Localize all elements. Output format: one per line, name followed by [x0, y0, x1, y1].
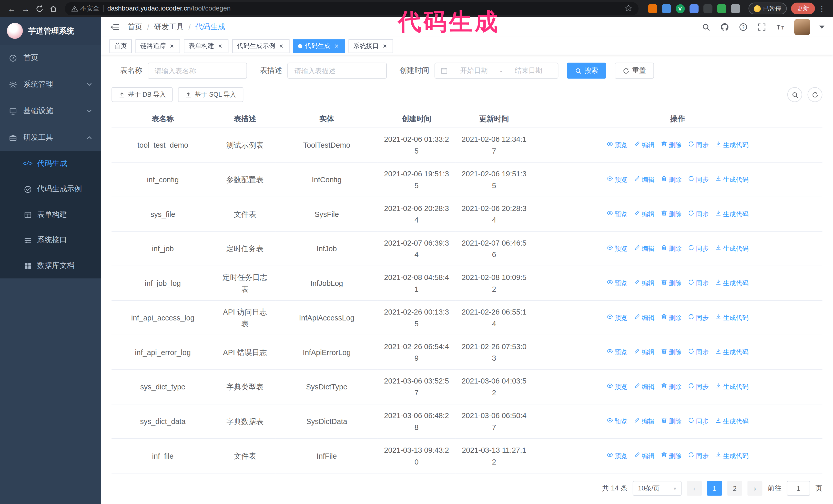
help-icon[interactable]: ?	[738, 22, 748, 32]
delete-link[interactable]: 删除	[661, 312, 682, 324]
blue-drop-extension-icon[interactable]	[662, 4, 671, 13]
eye-link[interactable]: 预览	[607, 243, 627, 255]
delete-link[interactable]: 删除	[661, 415, 682, 427]
caret-down-icon[interactable]	[819, 25, 825, 28]
sync-link[interactable]: 同步	[688, 450, 709, 462]
delete-link[interactable]: 删除	[661, 243, 682, 255]
sidebar-item-form-build[interactable]: 表单构建	[0, 202, 101, 227]
prev-page-button[interactable]: ‹	[687, 481, 702, 496]
forward-icon[interactable]: →	[19, 2, 32, 15]
fullscreen-icon[interactable]	[757, 22, 767, 32]
generate-code-link[interactable]: 生成代码	[715, 278, 749, 289]
edit-link[interactable]: 编辑	[634, 208, 654, 220]
page-button-1[interactable]: 1	[707, 481, 722, 496]
close-icon[interactable]: ×	[381, 43, 388, 49]
delete-link[interactable]: 删除	[661, 450, 682, 462]
dark-extension-icon[interactable]	[703, 4, 712, 13]
security-warning[interactable]: 不安全	[71, 4, 99, 13]
generate-code-link[interactable]: 生成代码	[715, 312, 749, 324]
page-size-select[interactable]: 10条/页 ▾	[633, 481, 682, 496]
generate-code-link[interactable]: 生成代码	[715, 415, 749, 427]
table-name-input[interactable]	[148, 63, 247, 79]
generate-code-link[interactable]: 生成代码	[715, 381, 749, 393]
tab-trace[interactable]: 链路追踪×	[136, 39, 180, 53]
user-avatar[interactable]	[794, 19, 810, 35]
reset-button[interactable]: 重置	[615, 63, 654, 79]
sync-link[interactable]: 同步	[688, 381, 709, 393]
generate-code-link[interactable]: 生成代码	[715, 208, 749, 220]
delete-link[interactable]: 删除	[661, 346, 682, 358]
eye-link[interactable]: 预览	[607, 208, 627, 220]
edit-link[interactable]: 编辑	[634, 243, 654, 255]
sidebar-item-system[interactable]: 系统管理	[0, 71, 101, 98]
sync-link[interactable]: 同步	[688, 415, 709, 427]
sync-link[interactable]: 同步	[688, 208, 709, 220]
eye-link[interactable]: 预览	[607, 312, 627, 324]
sync-link[interactable]: 同步	[688, 312, 709, 324]
eye-link[interactable]: 预览	[607, 278, 627, 289]
table-desc-input[interactable]	[287, 63, 387, 79]
delete-link[interactable]: 删除	[661, 174, 682, 186]
edit-link[interactable]: 编辑	[634, 174, 654, 186]
breadcrumb-item[interactable]: 研发工具	[154, 22, 184, 32]
font-size-icon[interactable]: TT	[776, 22, 785, 32]
edit-link[interactable]: 编辑	[634, 139, 654, 151]
paused-badge[interactable]: 已暂停	[748, 3, 787, 14]
edit-link[interactable]: 编辑	[634, 450, 654, 462]
delete-link[interactable]: 删除	[661, 381, 682, 393]
search-icon[interactable]	[701, 22, 711, 32]
eye-link[interactable]: 预览	[607, 381, 627, 393]
people-extension-icon[interactable]	[689, 4, 698, 13]
chrome-menu-icon[interactable]: ⋮	[818, 4, 826, 13]
back-icon[interactable]: ←	[5, 2, 18, 15]
edit-link[interactable]: 编辑	[634, 312, 654, 324]
tab-form-build[interactable]: 表单构建×	[184, 39, 229, 53]
close-icon[interactable]: ×	[333, 43, 340, 49]
toggle-search-button[interactable]	[787, 87, 802, 102]
edit-link[interactable]: 编辑	[634, 415, 654, 427]
tab-home[interactable]: 首页	[110, 39, 132, 53]
eye-link[interactable]: 预览	[607, 415, 627, 427]
generate-code-link[interactable]: 生成代码	[715, 139, 749, 151]
breadcrumb-item[interactable]: 首页	[127, 22, 142, 32]
edit-link[interactable]: 编辑	[634, 346, 654, 358]
home-icon[interactable]	[47, 2, 60, 15]
sync-link[interactable]: 同步	[688, 139, 709, 151]
sidebar-item-db-doc[interactable]: 数据库文档	[0, 253, 101, 279]
hamburger-icon[interactable]	[110, 22, 120, 32]
update-button[interactable]: 更新	[791, 3, 815, 14]
eye-link[interactable]: 预览	[607, 174, 627, 186]
sync-link[interactable]: 同步	[688, 278, 709, 289]
leaf-extension-icon[interactable]	[717, 4, 726, 13]
tab-codegen[interactable]: 代码生成×	[293, 39, 345, 53]
sidebar-item-devtools[interactable]: 研发工具	[0, 124, 101, 151]
sync-link[interactable]: 同步	[688, 346, 709, 358]
generate-code-link[interactable]: 生成代码	[715, 346, 749, 358]
generate-code-link[interactable]: 生成代码	[715, 243, 749, 255]
generate-code-link[interactable]: 生成代码	[715, 450, 749, 462]
delete-link[interactable]: 删除	[661, 139, 682, 151]
close-icon[interactable]: ×	[217, 43, 224, 49]
reload-icon[interactable]	[33, 2, 46, 15]
import-sql-button[interactable]: 基于 SQL 导入	[178, 87, 243, 102]
sidebar-item-codegen-example[interactable]: 代码生成示例	[0, 176, 101, 202]
sidebar-item-api[interactable]: 系统接口	[0, 227, 101, 253]
refresh-table-button[interactable]	[808, 87, 823, 102]
bookmark-star-icon[interactable]	[624, 4, 632, 13]
next-page-button[interactable]: ›	[747, 481, 762, 496]
date-end-placeholder[interactable]: 结束日期	[504, 66, 552, 75]
delete-link[interactable]: 删除	[661, 278, 682, 289]
sync-link[interactable]: 同步	[688, 174, 709, 186]
goto-page-input[interactable]	[787, 481, 810, 496]
page-button-2[interactable]: 2	[728, 481, 742, 496]
sidebar-item-infra[interactable]: 基础设施	[0, 98, 101, 124]
app-logo[interactable]: 芋道管理系统	[0, 17, 101, 45]
github-icon[interactable]	[720, 22, 730, 32]
date-start-placeholder[interactable]: 开始日期	[450, 66, 498, 75]
tab-codegen-example[interactable]: 代码生成示例×	[232, 39, 290, 53]
date-range-picker[interactable]: 开始日期 - 结束日期	[434, 63, 558, 79]
edit-link[interactable]: 编辑	[634, 381, 654, 393]
sidebar-item-codegen[interactable]: </>代码生成	[0, 151, 101, 176]
search-button[interactable]: 搜索	[567, 63, 606, 79]
sidebar-item-home[interactable]: 首页	[0, 45, 101, 71]
